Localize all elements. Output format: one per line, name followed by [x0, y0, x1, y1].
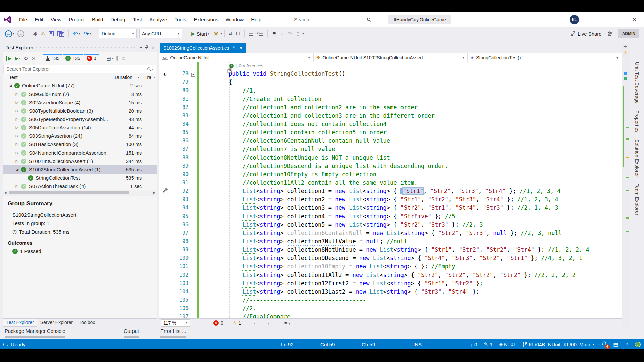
right-tab-unit-test-coverage[interactable]: Unit Test Coverage [634, 59, 640, 107]
expanded-icon[interactable]: ◢ [14, 168, 20, 171]
code-line[interactable]: 100 List<string> collection9Descend = ne… [159, 254, 622, 262]
save-all-button[interactable] [57, 30, 64, 37]
scroll-right-icon[interactable]: ▶ [152, 191, 157, 194]
indent-icon[interactable]: ☰ [249, 31, 253, 37]
test-tree-row[interactable]: ▷✓S02AssertionScope (4)15 ms [3, 98, 157, 107]
close-panel-icon[interactable]: ✕ [151, 45, 155, 50]
branch-indicator[interactable]: KL/04B_NUnit_KL/00_Main ▲ [523, 342, 595, 347]
solution-configuration-dropdown[interactable]: Debug▾ [99, 29, 137, 38]
ink-annotation-icon[interactable]: ✒▾ [284, 320, 290, 326]
project-dropdown[interactable]: C# OnlineGame.NUnit ▼ [159, 53, 314, 62]
step-into-icon[interactable]: ↧ [280, 31, 284, 37]
test-tree-row[interactable]: ▷✓S09GuidEnum (2)3 ms [3, 90, 157, 98]
code-line[interactable]: 95 List<string> collection4 = new List<s… [159, 212, 622, 221]
redo-button[interactable]: ↷▾ [84, 30, 91, 38]
code-line[interactable]: 90 //collection10Empty is Empty collecti… [159, 170, 622, 179]
repository-indicator[interactable]: ◈ KL01 [499, 341, 516, 347]
code-line[interactable]: 105 //---------------------------------- [159, 296, 622, 304]
right-tab-properties[interactable]: Properties [634, 107, 640, 136]
code-line[interactable]: 92 List<string> collection1 = new List<s… [159, 187, 622, 195]
code-line[interactable]: 103 List<string> collection12First2 = ne… [159, 279, 622, 288]
failed-tests-badge[interactable]: ✕ 0 [84, 54, 99, 62]
collapsed-icon[interactable]: ▷ [14, 150, 20, 155]
cancel-run-button[interactable]: ⊘ [31, 56, 35, 61]
menu-debug[interactable]: Debug [107, 15, 129, 24]
close-tab-icon[interactable]: ✕ [239, 46, 243, 50]
scrollbar-annotation-strip[interactable]: ✛ ⚠ [622, 43, 630, 327]
menu-window[interactable]: Window [222, 15, 247, 24]
global-search-box[interactable]: Search [291, 15, 374, 24]
minimize-button[interactable]: — [588, 12, 606, 27]
document-tab[interactable]: S1002StringCollectionAssert.cs 🖈 ✕ [160, 43, 246, 53]
drag-handle[interactable] [36, 46, 135, 49]
start-debug-button[interactable]: ▶Start▾ [191, 31, 209, 37]
code-line[interactable]: 87 //collection7 is null value [159, 145, 622, 154]
collapsed-icon[interactable]: ▷ [14, 109, 20, 113]
navigate-symbol-icon[interactable]: ⧠ [236, 31, 240, 37]
feedback-icon[interactable] [607, 31, 613, 36]
test-list-column-headers[interactable]: Test Duration ▲ Tra ▲ [3, 74, 157, 81]
menu-extensions[interactable]: Extensions [190, 15, 222, 24]
dropdown-icon[interactable]: ▾ [221, 32, 222, 35]
sync-status-icon[interactable]: ◔ [625, 341, 628, 348]
incoming-commits-indicator[interactable]: ↑ 0 [470, 342, 477, 347]
navigate-forward-button[interactable]: → [17, 30, 24, 37]
menu-edit[interactable]: Edit [31, 15, 47, 24]
panel-tab-test-explorer[interactable]: Test Explorer [3, 319, 37, 327]
user-avatar[interactable]: KL [570, 15, 579, 24]
collapsed-icon[interactable]: ▷ [14, 100, 20, 105]
zoom-dropdown[interactable]: 117 %▾ [161, 319, 190, 327]
total-tests-badge[interactable]: 135 [43, 54, 62, 62]
run-tests-button[interactable]: ▶▾ [15, 56, 21, 61]
passed-tests-badge[interactable]: ✓ 135 [63, 54, 83, 62]
test-tree-row[interactable]: ◢✓S1002StringCollectionAssert (1)535 ms [3, 165, 157, 174]
class-dropdown[interactable]: ❖ OnlineGame.NUnit.S1002StringCollection… [314, 53, 468, 62]
new-project-button[interactable]: ✱ [33, 31, 37, 37]
collapsed-icon[interactable]: ▷ [14, 159, 20, 163]
group-by-button[interactable]: ⫼ [116, 56, 118, 61]
live-share-button[interactable]: Live Share [570, 31, 602, 37]
scrollbar-thumb[interactable] [9, 191, 129, 194]
test-search-box[interactable]: Search Test Explorer ▾ [3, 65, 156, 73]
panel-tab-server-explorer[interactable]: Server Explorer [37, 319, 76, 327]
right-tab-team-explorer[interactable]: Team Explorer [634, 180, 640, 219]
code-line[interactable]: 102 List<string> collection11All2 = new … [159, 271, 622, 279]
collapsed-icon[interactable]: ▷ [14, 134, 20, 138]
step-over-icon[interactable]: ↷ [288, 31, 292, 37]
test-tree-row[interactable]: ▷✓S08TypeNullableBoolean (3)20 ms [3, 107, 157, 115]
code-line[interactable]: 89 //collection9Descend is a unique list… [159, 162, 622, 170]
code-line[interactable]: 104 List<string> collection13Last2 = new… [159, 288, 622, 296]
bottom-panel-tab-package-manager-console[interactable]: Package Manager Console [5, 328, 65, 338]
window-position-icon[interactable]: ▾ [140, 45, 142, 50]
code-line[interactable]: 91 //collection11All2 contain all the sa… [159, 179, 622, 187]
test-tree-row[interactable]: ▷✓S1001IntCollectionAssert (1)344 ms [3, 157, 157, 165]
member-dropdown[interactable]: ◈ StringCollectionTest() ▼ [468, 53, 622, 62]
code-line[interactable]: 97 List<string> collection6ContainNull =… [159, 229, 622, 237]
menu-test[interactable]: Test [129, 15, 146, 24]
test-tree-row[interactable]: ▷✓S06TypeMethodPropertyAssembl...43 ms [3, 115, 157, 123]
code-line[interactable]: 79 { [159, 78, 622, 86]
test-explorer-titlebar[interactable]: Test Explorer ▾ ✕ [3, 43, 157, 52]
collapsed-icon[interactable]: ▷ [14, 125, 20, 130]
comment-icon[interactable]: ²☰ [257, 31, 263, 37]
code-line[interactable]: 106 //2. [159, 304, 622, 313]
code-line[interactable]: 99 List<string> collection8NotUnique = n… [159, 246, 622, 254]
repeat-last-run-button[interactable]: ↻ [24, 56, 28, 61]
open-file-button[interactable]: ⮙ [41, 31, 45, 37]
scrollbar-up-icon[interactable]: ▲ [153, 76, 156, 79]
save-button[interactable] [49, 31, 54, 36]
code-line[interactable]: 101 List<string> collection10Empty = new… [159, 262, 622, 271]
code-editor[interactable]: ✓|0 references◐78− public void StringCol… [159, 62, 622, 318]
right-tab-solution-explorer[interactable]: Solution Explorer [634, 136, 640, 180]
fold-collapse-icon[interactable]: − [190, 70, 197, 78]
menu-analyze[interactable]: Analyze [146, 15, 171, 24]
character-indicator[interactable]: Ch 59 [362, 342, 375, 347]
code-line[interactable]: 107 //EqualCompare [159, 313, 622, 318]
column-indicator[interactable]: Col 59 [320, 342, 335, 347]
pin-icon[interactable] [145, 45, 149, 50]
background-tasks-icon[interactable] [3, 343, 8, 346]
bookmark-icon[interactable]: ◐ [159, 70, 171, 78]
test-tree-row[interactable]: ◢✓OnlineGame.NUnit (77)2 sec [3, 81, 157, 90]
feedback-status-icon[interactable]: ▤ [613, 341, 618, 347]
code-line[interactable]: 81 //Create Int collection [159, 95, 622, 103]
